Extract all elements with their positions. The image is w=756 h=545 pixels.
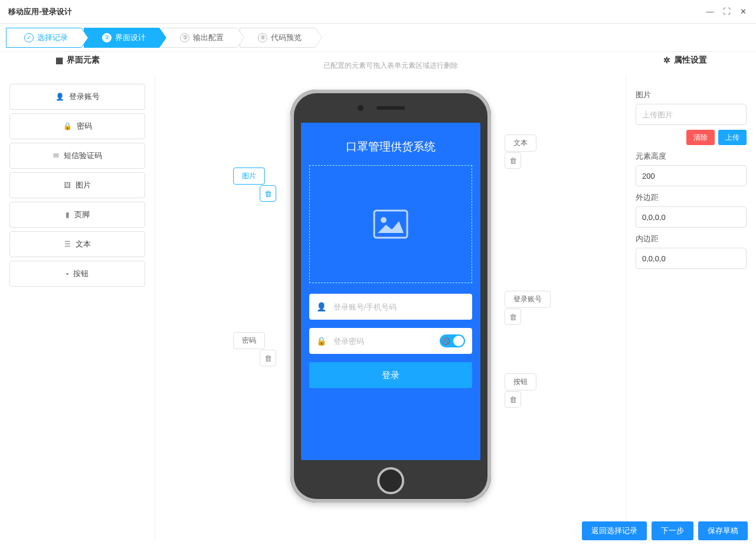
step-output-config[interactable]: ③ 输出配置 xyxy=(162,28,237,48)
lock-icon: 🔒 xyxy=(63,122,72,130)
prop-height-label: 元素高度 xyxy=(636,151,747,162)
element-footer[interactable]: ▮页脚 xyxy=(9,202,145,228)
tag-button[interactable]: 按钮 xyxy=(505,373,536,390)
step-label: 输出配置 xyxy=(193,32,224,43)
svg-point-1 xyxy=(381,217,387,223)
eye-off-icon: 🚫 xyxy=(442,337,450,345)
user-icon: 👤 xyxy=(316,302,326,311)
password-field[interactable]: 🔒 🚫 xyxy=(309,328,472,354)
element-sms[interactable]: ✉短信验证码 xyxy=(9,143,145,169)
login-account-field[interactable]: 👤 xyxy=(309,294,472,320)
prop-margin-label: 外边距 xyxy=(636,192,747,203)
layout-icon: ▦ xyxy=(55,55,63,65)
titlebar: 移动应用-登录设计 — ⛶ ✕ xyxy=(0,0,756,24)
delete-password-button[interactable]: 🗑 xyxy=(260,350,276,366)
step-ui-design[interactable]: ② 界面设计 xyxy=(84,28,159,48)
padding-input[interactable] xyxy=(636,248,747,269)
list-icon: ☰ xyxy=(64,240,71,248)
wizard-steps: ✓ 选择记录 ② 界面设计 ③ 输出配置 ④ 代码预览 xyxy=(0,24,756,52)
window-title: 移动应用-登录设计 xyxy=(8,6,72,17)
lock-icon: 🔒 xyxy=(316,336,326,346)
footer-bar: 返回选择记录 下一步 保存草稿 xyxy=(0,517,756,545)
password-input[interactable] xyxy=(333,337,433,346)
element-login-account[interactable]: 👤登录账号 xyxy=(9,84,145,110)
section-header-row: ▦ 界面元素 已配置的元素可拖入表单元素区域进行删除 ✲ 属性设置 xyxy=(0,55,756,75)
element-password[interactable]: 🔒密码 xyxy=(9,113,145,139)
user-icon: 👤 xyxy=(55,93,64,101)
image-placeholder-icon xyxy=(373,209,408,239)
step-label: 代码预览 xyxy=(271,32,302,43)
canvas-hint: 已配置的元素可拖入表单元素区域进行删除 xyxy=(323,61,458,71)
clear-button[interactable]: 清除 xyxy=(686,130,715,145)
phone-speaker xyxy=(377,106,405,110)
tag-account[interactable]: 登录账号 xyxy=(505,291,551,308)
phone-camera xyxy=(358,105,364,111)
upload-path-input[interactable] xyxy=(636,104,747,125)
element-text[interactable]: ☰文本 xyxy=(9,231,145,257)
phone-frame: 口罩管理供货系统 👤 🔒 🚫 xyxy=(290,90,491,503)
phone-home-button xyxy=(377,467,404,494)
login-account-input[interactable] xyxy=(333,303,465,311)
back-button[interactable]: 返回选择记录 xyxy=(582,521,647,540)
phone-screen: 口罩管理供货系统 👤 🔒 🚫 xyxy=(301,123,480,460)
mail-icon: ✉ xyxy=(53,152,59,160)
prop-image-label: 图片 xyxy=(636,90,747,100)
margin-input[interactable] xyxy=(636,206,747,228)
tag-password[interactable]: 密码 xyxy=(233,332,265,349)
step-number-icon: ② xyxy=(102,33,112,42)
delete-image-button[interactable]: 🗑 xyxy=(260,185,276,202)
gear-icon: ✲ xyxy=(663,55,670,65)
minimize-icon[interactable]: — xyxy=(705,7,715,17)
prop-padding-label: 内边距 xyxy=(636,234,747,244)
app-title-text[interactable]: 口罩管理供货系统 xyxy=(309,134,472,165)
step-code-preview[interactable]: ④ 代码预览 xyxy=(240,28,315,48)
step-select-record[interactable]: ✓ 选择记录 xyxy=(6,28,81,48)
svg-rect-0 xyxy=(374,211,407,238)
bookmark-icon: ▮ xyxy=(66,211,70,219)
step-number-icon: ③ xyxy=(180,33,189,42)
delete-text-button[interactable]: 🗑 xyxy=(505,152,521,169)
elements-panel: 👤登录账号 🔒密码 ✉短信验证码 🖼图片 ▮页脚 ☰文本 ▪按钮 xyxy=(0,75,155,540)
element-image[interactable]: 🖼图片 xyxy=(9,172,145,198)
properties-panel: 图片 清除 上传 元素高度 外边距 内边距 xyxy=(626,75,756,540)
image-icon: 🖼 xyxy=(64,181,71,189)
element-button[interactable]: ▪按钮 xyxy=(9,261,145,287)
height-input[interactable] xyxy=(636,165,747,186)
left-panel-title: ▦ 界面元素 xyxy=(0,55,155,65)
square-icon: ▪ xyxy=(66,270,68,278)
next-button[interactable]: 下一步 xyxy=(652,521,693,540)
tag-text[interactable]: 文本 xyxy=(505,134,536,152)
login-button[interactable]: 登录 xyxy=(309,362,472,388)
step-label: 界面设计 xyxy=(115,32,146,43)
delete-account-button[interactable]: 🗑 xyxy=(505,308,521,325)
right-panel-title: ✲ 属性设置 xyxy=(626,55,744,65)
maximize-icon[interactable]: ⛶ xyxy=(722,7,731,17)
upload-button[interactable]: 上传 xyxy=(718,130,747,145)
password-visibility-toggle[interactable]: 🚫 xyxy=(440,334,465,347)
close-icon[interactable]: ✕ xyxy=(738,7,748,17)
step-number-icon: ④ xyxy=(258,33,267,42)
check-icon: ✓ xyxy=(24,33,34,42)
save-draft-button[interactable]: 保存草稿 xyxy=(698,521,748,540)
image-placeholder-block[interactable] xyxy=(309,165,472,283)
design-canvas: 图片 🗑 密码 🗑 文本 🗑 登录账号 🗑 按钮 🗑 口罩管理供货系统 xyxy=(155,75,626,540)
delete-button-element[interactable]: 🗑 xyxy=(505,391,521,408)
tag-image[interactable]: 图片 xyxy=(233,168,265,185)
content-area: 👤登录账号 🔒密码 ✉短信验证码 🖼图片 ▮页脚 ☰文本 ▪按钮 图片 🗑 密码… xyxy=(0,75,756,540)
step-label: 选择记录 xyxy=(37,32,68,43)
